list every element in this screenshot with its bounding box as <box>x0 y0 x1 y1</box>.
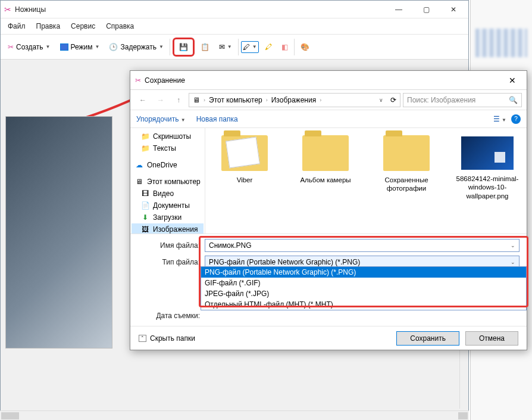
filetype-option[interactable]: PNG-файл (Portable Network Graphic) (*.P… <box>201 267 526 278</box>
menu-edit[interactable]: Правка <box>32 20 65 33</box>
save-button[interactable]: 💾 <box>176 41 192 54</box>
tree-documents[interactable]: 📄Документы <box>132 200 204 211</box>
highlighter-button[interactable]: 🖍 <box>261 41 276 54</box>
file-label: 586824142-minimal-windows-10-wallpaper.p… <box>455 175 520 200</box>
title-bar: ✂ Ножницы — ▢ ✕ <box>1 1 468 18</box>
tree-texts[interactable]: 📁Тексты <box>132 142 204 154</box>
file-label: Сохраненные фотографии <box>374 176 439 193</box>
delay-label: Задержать <box>120 43 156 51</box>
snip-preview <box>5 116 112 349</box>
organize-button[interactable]: Упорядочить ▼ <box>136 115 186 123</box>
dialog-footer: ˄ Скрыть папки Сохранить Отмена <box>130 326 527 350</box>
filename-label: Имя файла: <box>137 241 200 250</box>
highlighter-icon: 🖍 <box>265 43 272 51</box>
window-title: Ножницы <box>15 5 385 14</box>
search-input[interactable]: Поиск: Изображения 🔍 <box>403 93 522 107</box>
video-icon: 🎞 <box>141 189 149 198</box>
dialog-close-button[interactable]: ✕ <box>500 76 524 85</box>
menu-service[interactable]: Сервис <box>66 20 100 33</box>
mode-label: Режим <box>71 43 93 51</box>
dialog-nav-bar: ← → ↑ 🖥 › Этот компьютер › Изображения ›… <box>130 90 527 110</box>
breadcrumb[interactable]: 🖥 › Этот компьютер › Изображения › ∨ ⟳ <box>189 93 400 107</box>
save-icon: 💾 <box>179 43 188 51</box>
date-taken-label: Дата съемки: <box>137 312 200 320</box>
close-button[interactable]: ✕ <box>440 1 467 18</box>
search-icon: 🔍 <box>509 96 518 104</box>
dialog-body: 📁Скриншоты 📁Тексты ☁OneDrive 🖥Этот компь… <box>130 128 527 234</box>
folder-icon <box>383 135 430 171</box>
nav-tree: 📁Скриншоты 📁Тексты ☁OneDrive 🖥Этот компь… <box>130 128 205 234</box>
dialog-toolbar: Упорядочить ▼ Новая папка ☰ ▼ ? <box>130 110 527 128</box>
chevron-down-icon[interactable]: ▼ <box>46 44 51 49</box>
chevron-down-icon[interactable]: ▼ <box>159 44 164 49</box>
eraser-button[interactable]: ◧ <box>278 41 292 54</box>
chevron-down-icon[interactable]: ⌄ <box>511 242 515 248</box>
filetype-dropdown: PNG-файл (Portable Network Graphic) (*.P… <box>201 266 527 310</box>
filetype-option[interactable]: JPEG-файл (*.JPG) <box>201 288 526 299</box>
filetype-option[interactable]: Отдельный HTML-файл (MHT) (*.MHT) <box>201 299 526 310</box>
envelope-icon: ✉ <box>219 43 225 51</box>
hide-folders-button[interactable]: ˄ Скрыть папки <box>139 334 390 343</box>
chevron-up-icon: ˄ <box>139 335 146 342</box>
tree-onedrive[interactable]: ☁OneDrive <box>132 159 204 171</box>
send-button[interactable]: ✉▼ <box>215 41 236 54</box>
breadcrumb-root[interactable]: Этот компьютер <box>209 96 262 104</box>
back-button[interactable]: ← <box>135 92 151 108</box>
pen-button[interactable]: 🖊▼ <box>241 41 259 53</box>
new-folder-button[interactable]: Новая папка <box>196 115 238 123</box>
save-dialog: ✂ Сохранение ✕ ← → ↑ 🖥 › Этот компьютер … <box>130 70 527 350</box>
menu-help[interactable]: Справка <box>101 20 139 33</box>
cancel-button[interactable]: Отмена <box>465 331 518 346</box>
mode-button[interactable]: Режим ▼ <box>57 41 104 54</box>
dialog-title: Сохранение <box>145 76 500 85</box>
mode-icon <box>60 43 68 51</box>
tree-downloads[interactable]: ⬇Загрузки <box>132 211 204 223</box>
chevron-right-icon: › <box>204 97 205 103</box>
chevron-right-icon: › <box>266 97 268 103</box>
filetype-label: Тип файла: <box>137 258 200 266</box>
up-button[interactable]: ↑ <box>171 92 186 108</box>
refresh-button[interactable]: ⟳ <box>390 96 396 104</box>
chevron-down-icon[interactable]: ▼ <box>95 44 100 49</box>
minimize-button[interactable]: — <box>385 1 412 18</box>
forward-button[interactable]: → <box>153 92 168 108</box>
copy-button[interactable]: 📋 <box>197 41 213 54</box>
folder-icon <box>221 135 268 171</box>
eraser-icon: ◧ <box>281 43 288 51</box>
filename-value: Снимок.PNG <box>209 241 252 250</box>
folder-item[interactable]: Альбом камеры <box>293 135 358 184</box>
image-thumbnail <box>461 136 514 170</box>
new-snip-button[interactable]: ✂ Создать ▼ <box>4 41 54 54</box>
image-icon: 🖼 <box>141 225 149 234</box>
tree-images[interactable]: 🖼Изображения <box>132 223 204 234</box>
horizontal-scrollbar[interactable] <box>0 410 469 420</box>
save-confirm-button[interactable]: Сохранить <box>396 331 459 346</box>
tree-video[interactable]: 🎞Видео <box>132 188 204 200</box>
breadcrumb-folder[interactable]: Изображения <box>271 96 316 104</box>
tree-this-pc[interactable]: 🖥Этот компьютер <box>132 176 204 188</box>
document-icon: 📄 <box>141 201 149 210</box>
maximize-button[interactable]: ▢ <box>412 1 440 18</box>
folder-item[interactable]: Viber <box>212 135 277 184</box>
chevron-down-icon[interactable]: ⌄ <box>511 259 515 265</box>
filename-input[interactable]: Снимок.PNG ⌄ <box>205 239 520 252</box>
breadcrumb-dropdown[interactable]: ∨ <box>379 97 383 103</box>
file-list[interactable]: Viber Альбом камеры Сохраненные фотограф… <box>205 128 527 234</box>
menu-file[interactable]: Файл <box>3 20 30 33</box>
separator <box>238 39 239 55</box>
paint3d-button[interactable]: 🎨 <box>297 41 313 54</box>
filetype-option[interactable]: GIF-файл (*.GIF) <box>201 278 526 288</box>
new-label: Создать <box>16 43 43 51</box>
copy-icon: 📋 <box>201 43 209 51</box>
image-item[interactable]: 586824142-minimal-windows-10-wallpaper.p… <box>455 135 520 200</box>
view-button[interactable]: ☰ ▼ <box>493 115 506 123</box>
tree-screenshots[interactable]: 📁Скриншоты <box>132 130 204 142</box>
folder-item[interactable]: Сохраненные фотографии <box>374 135 439 193</box>
help-icon[interactable]: ? <box>511 114 521 124</box>
download-icon: ⬇ <box>141 213 149 222</box>
chevron-down-icon[interactable]: ▼ <box>252 44 257 49</box>
monitor-icon: 🖥 <box>135 178 143 186</box>
delay-button[interactable]: 🕒 Задержать ▼ <box>105 41 167 54</box>
chevron-down-icon: ▼ <box>181 117 186 123</box>
chevron-down-icon[interactable]: ▼ <box>227 44 232 49</box>
